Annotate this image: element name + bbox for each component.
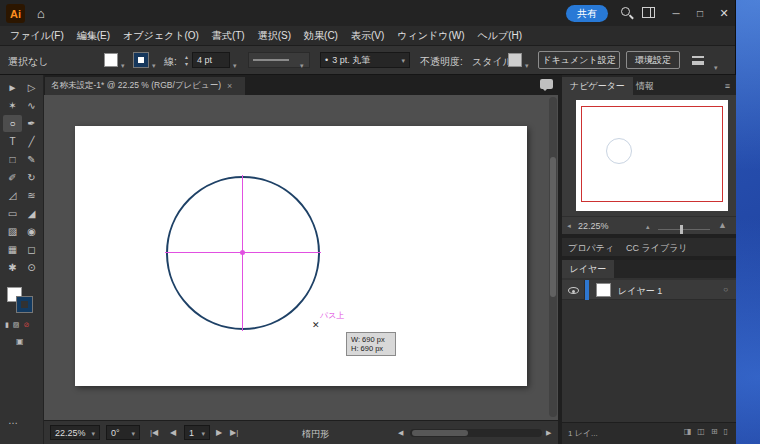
hand-tool[interactable]: ✱ — [3, 259, 22, 276]
scroll-right-icon[interactable]: ▶ — [546, 429, 551, 437]
eyedropper-tool[interactable]: ◢ — [22, 205, 41, 222]
layer-count: 1 レイ... — [568, 428, 598, 439]
home-icon[interactable]: ⌂ — [31, 3, 51, 23]
tab-info[interactable]: 情報 — [628, 77, 662, 95]
stroke-weight-label: 線: — [164, 55, 177, 69]
navigator-zoom-slider[interactable] — [658, 229, 710, 230]
selection-tool[interactable]: ► — [3, 79, 22, 96]
width-tool[interactable]: ≋ — [22, 187, 41, 204]
type-tool[interactable]: T — [3, 133, 22, 150]
free-transform-tool[interactable]: ▭ — [3, 205, 22, 222]
minimize-button[interactable]: ─ — [664, 0, 688, 26]
scroll-left-icon[interactable]: ◀ — [398, 429, 403, 437]
navigator-panel-menu-icon[interactable]: ≡ — [725, 81, 730, 91]
menu-type[interactable]: 書式(T) — [212, 29, 245, 43]
comment-icon[interactable] — [540, 79, 553, 89]
paintbrush-tool[interactable]: ✎ — [22, 151, 41, 168]
artboard-tool[interactable]: ◻ — [22, 241, 41, 258]
more-tools-icon[interactable]: … — [8, 415, 18, 426]
tab-properties[interactable]: プロパティ — [568, 242, 614, 255]
direct-selection-tool[interactable]: ▷ — [22, 79, 41, 96]
zoom-out-mountain-icon[interactable]: ▴ — [646, 223, 650, 231]
tab-cc-libraries[interactable]: CC ライブラリ — [626, 242, 688, 255]
tab-navigator[interactable]: ナビゲーター — [562, 77, 633, 95]
rotation-dropdown[interactable]: 0° — [106, 425, 140, 440]
brush-name: 3 pt. 丸筆 — [332, 54, 370, 67]
blend-tool[interactable]: ◉ — [22, 223, 41, 240]
visibility-eye-icon[interactable] — [568, 287, 579, 294]
layer-thumbnail[interactable] — [596, 283, 611, 297]
delete-layer-icon[interactable]: ▯ — [724, 427, 728, 436]
preferences-button[interactable]: 環境設定 — [626, 51, 680, 69]
layer-target-icon[interactable]: ○ — [723, 285, 728, 294]
rectangle-tool[interactable]: □ — [3, 151, 22, 168]
navigator-view-box[interactable] — [581, 106, 723, 202]
document-setup-button[interactable]: ドキュメント設定 — [538, 51, 620, 69]
new-sublayer-icon[interactable]: ◫ — [697, 427, 705, 436]
zoom-in-mountain-icon[interactable]: ▲ — [718, 220, 727, 230]
new-layer-icon[interactable]: ⊞ — [711, 427, 718, 436]
rotate-tool[interactable]: ↻ — [22, 169, 41, 186]
vertical-scrollbar-thumb[interactable] — [550, 157, 556, 297]
gradient-swatch-icon[interactable]: ▨ — [13, 321, 20, 329]
zoom-tool[interactable]: ⊙ — [22, 259, 41, 276]
stroke-stepper-up-icon[interactable]: ▴ — [183, 54, 190, 60]
line-segment-tool[interactable]: ╱ — [22, 133, 41, 150]
tab-layers[interactable]: レイヤー — [562, 260, 614, 278]
scale-tool[interactable]: ◿ — [3, 187, 22, 204]
mesh-tool[interactable]: ▦ — [3, 241, 22, 258]
menu-object[interactable]: オブジェクト(O) — [123, 29, 199, 43]
fill-color-swatch[interactable] — [104, 53, 118, 67]
horizontal-scrollbar[interactable] — [410, 429, 542, 437]
document-tab[interactable]: 名称未設定-1* @ 22.25 % (RGB/プレビュー) × — [45, 77, 245, 95]
stroke-color-swatch[interactable] — [134, 53, 148, 67]
menu-help[interactable]: ヘルプ(H) — [478, 29, 523, 43]
pencil-tool[interactable]: ✐ — [3, 169, 22, 186]
stroke-weight-field[interactable]: 4 pt — [192, 52, 230, 68]
artboard-number-dropdown[interactable]: 1 — [184, 425, 210, 440]
navigator-collapse-icon[interactable]: ◄ — [566, 223, 572, 229]
navigator-zoom-slider-thumb[interactable] — [680, 225, 683, 234]
navigator-preview[interactable] — [576, 100, 728, 211]
lasso-tool[interactable]: ∿ — [22, 97, 41, 114]
workspace-switcher-icon[interactable] — [642, 7, 655, 18]
maximize-button[interactable]: □ — [688, 0, 712, 26]
menu-edit[interactable]: 編集(E) — [77, 29, 110, 43]
horizontal-scrollbar-thumb[interactable] — [412, 430, 468, 436]
artboard-last-icon[interactable]: ▶| — [230, 428, 238, 437]
navigator-zoom-value[interactable]: 22.25% — [578, 221, 609, 231]
pen-tool[interactable]: ✒ — [22, 115, 41, 132]
brush-dropdown[interactable]: • 3 pt. 丸筆 — [320, 52, 410, 68]
magic-wand-tool[interactable]: ✶ — [3, 97, 22, 114]
draw-mode-icon[interactable]: ▣ — [16, 337, 24, 346]
make-clipping-mask-icon[interactable]: ◨ — [684, 427, 692, 436]
style-swatch[interactable] — [508, 53, 522, 67]
stroke-swatch[interactable] — [17, 297, 32, 312]
control-panel-options-icon[interactable] — [692, 56, 704, 65]
control-panel-caret-icon[interactable] — [714, 56, 718, 74]
menu-view[interactable]: 表示(V) — [351, 29, 384, 43]
menu-window[interactable]: ウィンドウ(W) — [397, 29, 464, 43]
menu-select[interactable]: 選択(S) — [258, 29, 291, 43]
opacity-label[interactable]: 不透明度: — [420, 55, 463, 69]
zoom-dropdown[interactable]: 22.25% — [50, 425, 100, 440]
ellipse-tool[interactable]: ○ — [3, 115, 22, 132]
close-button[interactable]: ✕ — [712, 0, 736, 26]
canvas[interactable]: パス上 ✕ W: 690 px H: 690 px — [44, 95, 558, 420]
search-icon[interactable] — [621, 7, 630, 16]
menu-file[interactable]: ファイル(F) — [10, 29, 64, 43]
none-swatch-icon[interactable]: ⊘ — [23, 321, 29, 329]
artboard-next-icon[interactable]: ▶ — [216, 428, 222, 437]
layer-row[interactable]: レイヤー 1 ○ — [562, 280, 736, 300]
stroke-weight-caret-icon[interactable] — [233, 54, 237, 72]
layer-name[interactable]: レイヤー 1 — [618, 285, 662, 298]
artboard-prev-icon[interactable]: ◀ — [170, 428, 176, 437]
share-button[interactable]: 共有 — [566, 5, 608, 22]
menu-effect[interactable]: 効果(C) — [304, 29, 338, 43]
stroke-stepper-down-icon[interactable]: ▾ — [183, 61, 190, 67]
vertical-scrollbar[interactable] — [549, 97, 557, 417]
artboard-first-icon[interactable]: |◀ — [150, 428, 158, 437]
color-swatch-icon[interactable]: ▮ — [5, 321, 9, 329]
document-tab-close-icon[interactable]: × — [227, 81, 232, 91]
gradient-tool[interactable]: ▨ — [3, 223, 22, 240]
